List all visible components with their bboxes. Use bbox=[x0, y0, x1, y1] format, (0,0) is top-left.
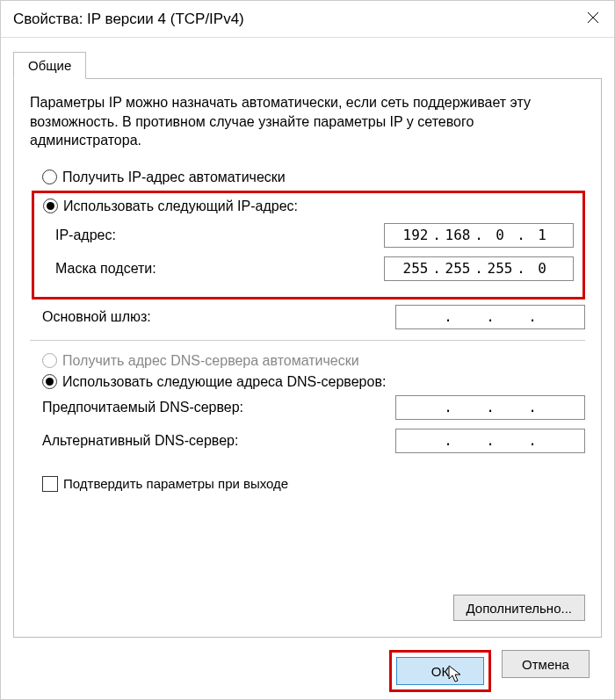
ip-address-label: IP-адрес: bbox=[55, 227, 116, 243]
description-text: Параметры IP можно назначать автоматичес… bbox=[30, 93, 585, 150]
dialog-window: Свойства: IP версии 4 (TCP/IPv4) Общие П… bbox=[0, 0, 615, 700]
content-area: Общие Параметры IP можно назначать автом… bbox=[1, 38, 614, 692]
radio-icon bbox=[42, 170, 57, 184]
radio-icon bbox=[42, 353, 57, 368]
gateway-input[interactable]: . . . bbox=[395, 305, 585, 329]
close-icon bbox=[587, 10, 599, 28]
dns-section: Получить адрес DNS-сервера автоматически… bbox=[30, 353, 585, 453]
ok-button[interactable]: ОК bbox=[396, 657, 484, 685]
window-title: Свойства: IP версии 4 (TCP/IPv4) bbox=[13, 11, 244, 28]
tab-panel: Параметры IP можно назначать автоматичес… bbox=[13, 79, 602, 638]
alternate-dns-row: Альтернативный DNS-сервер: . . . bbox=[42, 429, 585, 453]
radio-icon bbox=[42, 374, 57, 389]
preferred-dns-row: Предпочитаемый DNS-сервер: . . . bbox=[42, 395, 585, 420]
validate-checkbox-row[interactable]: Подтвердить параметры при выходе bbox=[42, 476, 585, 492]
ip-highlight: Использовать следующий IP-адрес: IP-адре… bbox=[32, 191, 585, 299]
close-button[interactable] bbox=[572, 1, 614, 38]
ip-address-row: IP-адрес: 192. 168. 0. 1 bbox=[55, 223, 574, 248]
radio-label: Использовать следующие адреса DNS-сервер… bbox=[62, 374, 386, 390]
radio-ip-manual[interactable]: Использовать следующий IP-адрес: bbox=[43, 198, 574, 214]
title-bar: Свойства: IP версии 4 (TCP/IPv4) bbox=[1, 1, 614, 38]
subnet-mask-input[interactable]: 255. 255. 255. 0 bbox=[384, 256, 574, 281]
ok-highlight: ОК bbox=[389, 650, 491, 692]
preferred-dns-input[interactable]: . . . bbox=[395, 395, 585, 420]
divider bbox=[30, 340, 585, 341]
alternate-dns-label: Альтернативный DNS-сервер: bbox=[42, 433, 238, 449]
dialog-buttons: ОК Отмена bbox=[13, 638, 602, 692]
preferred-dns-label: Предпочитаемый DNS-сервер: bbox=[42, 400, 243, 415]
subnet-mask-label: Маска подсети: bbox=[55, 261, 156, 277]
tab-general[interactable]: Общие bbox=[13, 52, 86, 79]
radio-label: Использовать следующий IP-адрес: bbox=[63, 198, 298, 214]
radio-icon bbox=[43, 198, 58, 213]
radio-label: Получить IP-адрес автоматически bbox=[62, 170, 286, 185]
radio-label: Получить адрес DNS-сервера автоматически bbox=[62, 353, 359, 369]
radio-dns-manual[interactable]: Использовать следующие адреса DNS-сервер… bbox=[42, 374, 585, 390]
radio-dns-auto: Получить адрес DNS-сервера автоматически bbox=[42, 353, 585, 369]
gateway-label: Основной шлюз: bbox=[42, 309, 151, 325]
validate-label: Подтвердить параметры при выходе bbox=[63, 476, 288, 491]
ip-address-input[interactable]: 192. 168. 0. 1 bbox=[384, 223, 574, 248]
tabs: Общие bbox=[13, 52, 602, 79]
subnet-mask-row: Маска подсети: 255. 255. 255. 0 bbox=[55, 256, 574, 281]
gateway-row: Основной шлюз: . . . bbox=[42, 305, 585, 329]
cancel-button[interactable]: Отмена bbox=[502, 650, 590, 678]
radio-ip-auto[interactable]: Получить IP-адрес автоматически bbox=[42, 170, 585, 185]
alternate-dns-input[interactable]: . . . bbox=[395, 429, 585, 453]
cursor-icon bbox=[448, 665, 464, 687]
advanced-button[interactable]: Дополнительно... bbox=[453, 595, 585, 621]
checkbox-icon bbox=[42, 476, 58, 492]
